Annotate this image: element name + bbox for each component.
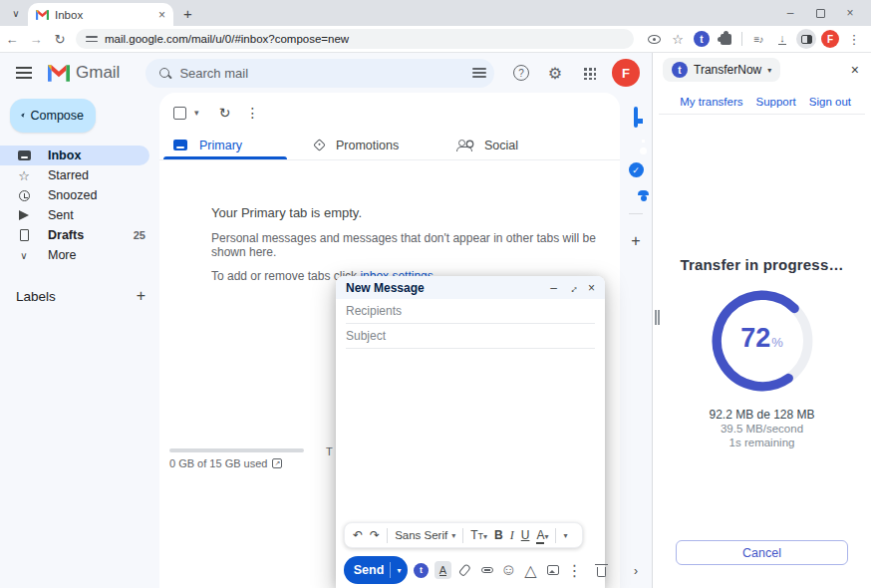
forward-button[interactable]: → <box>24 32 48 47</box>
select-all-checkbox[interactable] <box>173 107 186 120</box>
window-maximize-button[interactable] <box>805 2 835 24</box>
more-formatting-icon[interactable]: ▾ <box>563 531 567 540</box>
panel-close-icon[interactable]: × <box>851 62 859 78</box>
drafts-count: 25 <box>134 229 145 241</box>
main-menu-icon[interactable] <box>16 67 32 79</box>
cancel-button[interactable]: Cancel <box>676 540 848 565</box>
attach-file-icon[interactable] <box>456 564 473 576</box>
new-tab-button[interactable]: + <box>183 5 192 22</box>
back-button[interactable]: ← <box>0 32 24 47</box>
discard-draft-icon[interactable] <box>593 564 610 577</box>
sidebar-item-more[interactable]: ∨ More <box>0 245 159 265</box>
italic-button[interactable]: I <box>510 528 514 543</box>
pencil-icon <box>21 115 23 117</box>
window-close-button[interactable]: × <box>835 2 865 24</box>
tab-close-icon[interactable]: × <box>158 8 165 22</box>
redo-icon[interactable]: ↷ <box>370 528 380 542</box>
gmail-favicon <box>36 10 49 20</box>
search-bar[interactable]: Search mail <box>145 59 494 88</box>
gmail-m-icon <box>48 65 70 82</box>
tab-primary[interactable]: Primary <box>159 131 301 159</box>
send-options-caret[interactable]: ▾ <box>391 566 408 575</box>
compose-header[interactable]: New Message – ↔ × <box>336 276 605 299</box>
panel-resize-handle[interactable] <box>655 310 660 325</box>
get-addons-button[interactable]: + <box>631 232 640 250</box>
compose-more-icon[interactable]: ⋮ <box>566 561 583 580</box>
horizontal-scrollbar[interactable] <box>169 448 304 452</box>
select-caret-icon[interactable]: ▾ <box>194 108 199 118</box>
app-selector[interactable]: t TransferNow ▾ <box>663 58 780 82</box>
help-icon[interactable]: ? <box>508 65 534 81</box>
calendar-icon[interactable] <box>634 109 638 127</box>
recipients-field[interactable]: Recipients <box>346 299 595 324</box>
compose-window: New Message – ↔ × Recipients Subject ↶ ↷… <box>336 276 605 588</box>
tasks-icon[interactable]: ✓ <box>629 162 644 177</box>
font-size-button[interactable]: TT▾ <box>470 528 487 542</box>
sidebar-item-inbox[interactable]: Inbox <box>0 146 149 165</box>
compose-close-icon[interactable]: × <box>588 281 595 295</box>
tab-promotions[interactable]: Promotions <box>301 131 442 159</box>
side-panel-toggle-icon[interactable] <box>795 29 817 49</box>
formatting-toolbar: ↶ ↷ Sans Serif▾ TT▾ B I U A▾ ▾ <box>344 522 583 548</box>
site-settings-icon[interactable] <box>86 34 98 44</box>
list-more-icon[interactable]: ⋮ <box>243 105 263 121</box>
extensions-puzzle-icon[interactable] <box>715 34 736 45</box>
font-select[interactable]: Sans Serif▾ <box>395 529 455 541</box>
primary-tab-icon <box>173 140 187 150</box>
underline-button[interactable]: U <box>521 528 530 542</box>
sidebar-item-drafts[interactable]: Drafts 25 <box>0 225 159 245</box>
sign-out-link[interactable]: Sign out <box>809 96 851 108</box>
insert-emoji-icon[interactable]: ☺ <box>500 561 517 579</box>
transfernow-attach-icon[interactable]: t <box>413 563 430 578</box>
browser-menu-icon[interactable]: ⋮ <box>843 32 865 47</box>
toolbar-divider <box>741 32 742 46</box>
downloads-icon[interactable]: ↓ <box>771 33 793 45</box>
transfernow-panel: t TransferNow ▾ × My transfers Support S… <box>652 53 871 588</box>
create-label-button[interactable]: + <box>137 287 145 305</box>
bold-button[interactable]: B <box>494 528 503 542</box>
window-minimize-button[interactable]: – <box>775 2 805 24</box>
support-link[interactable]: Support <box>756 96 796 108</box>
browser-tab[interactable]: Inbox × <box>28 3 173 26</box>
transfernow-extension-icon[interactable]: t <box>691 31 713 47</box>
google-apps-icon[interactable] <box>576 67 602 80</box>
undo-icon[interactable]: ↶ <box>353 528 363 542</box>
reading-mode-icon[interactable] <box>643 35 665 44</box>
search-input[interactable]: Search mail <box>179 66 462 81</box>
refresh-icon[interactable]: ↻ <box>215 105 235 121</box>
compose-popout-icon[interactable]: ↔ <box>567 282 578 294</box>
browser-url-row: ← → ↻ mail.google.com/mail/u/0/#inbox?co… <box>0 26 871 53</box>
message-body[interactable] <box>336 349 605 588</box>
compose-button[interactable]: Compose <box>10 99 96 133</box>
search-icon[interactable] <box>159 68 169 78</box>
settings-gear-icon[interactable]: ⚙ <box>542 64 568 83</box>
media-playlist-icon[interactable]: ≡♪ <box>747 34 769 45</box>
gmail-account-avatar[interactable]: F <box>612 59 640 87</box>
tab-social[interactable]: Social <box>442 131 584 159</box>
address-bar[interactable]: mail.google.com/mail/u/0/#inbox?compose=… <box>76 29 634 49</box>
sidebar-item-starred[interactable]: ☆ Starred <box>0 165 159 185</box>
insert-drive-icon[interactable]: △ <box>522 561 539 580</box>
send-button[interactable]: Send ▾ <box>344 556 408 584</box>
browser-profile-avatar[interactable]: F <box>819 30 841 48</box>
open-in-new-icon[interactable]: ↗ <box>272 458 282 468</box>
browser-tab-strip: ∨ Inbox × + – × <box>0 0 871 26</box>
my-transfers-link[interactable]: My transfers <box>680 96 742 108</box>
insert-photo-icon[interactable] <box>544 565 561 575</box>
sidebar-item-snoozed[interactable]: Snoozed <box>0 185 159 205</box>
hide-side-panel-icon[interactable]: › <box>634 564 638 578</box>
subject-field[interactable]: Subject <box>346 324 595 349</box>
compose-minimize-icon[interactable]: – <box>550 281 557 295</box>
app-name: TransferNow <box>694 63 761 77</box>
tag-icon <box>313 139 326 151</box>
text-color-button[interactable]: A▾ <box>536 528 548 542</box>
url-text[interactable]: mail.google.com/mail/u/0/#inbox?compose=… <box>105 33 624 45</box>
formatting-options-toggle[interactable]: A <box>435 561 451 579</box>
bookmark-star-icon[interactable]: ☆ <box>667 32 689 47</box>
search-filter-icon[interactable] <box>472 67 486 79</box>
tab-search-icon[interactable]: ∨ <box>6 3 26 23</box>
sidebar-item-sent[interactable]: Sent <box>0 205 159 225</box>
transfer-size: 92.2 MB de 128 MB <box>653 409 871 422</box>
insert-link-icon[interactable] <box>478 567 495 573</box>
refresh-button[interactable]: ↻ <box>48 32 72 47</box>
